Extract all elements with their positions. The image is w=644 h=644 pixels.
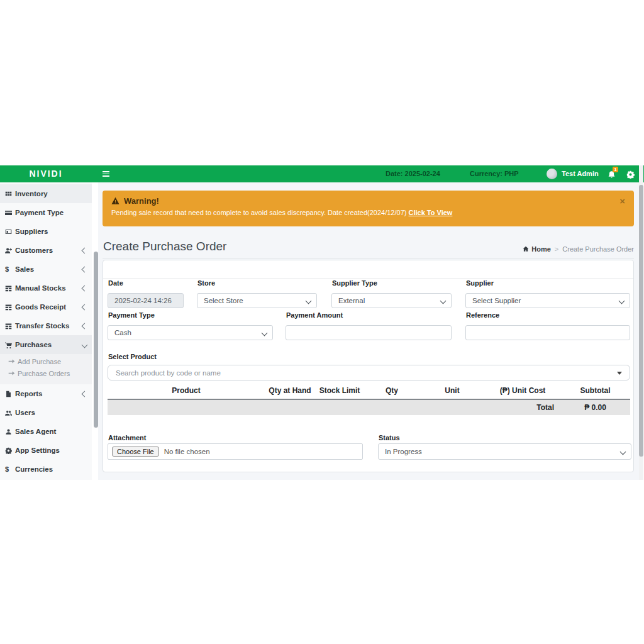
sidebar-item-purchase-orders[interactable]: Purchase Orders <box>0 367 92 379</box>
header-divider <box>103 258 634 258</box>
reference-input[interactable] <box>472 328 623 337</box>
breadcrumb-home-label: Home <box>531 245 551 253</box>
sidebar-item-label: Users <box>15 409 35 416</box>
warning-view-link[interactable]: Click To View <box>408 209 452 216</box>
payment-amount-input[interactable] <box>292 328 445 337</box>
chevron-down-icon <box>306 298 312 304</box>
sidebar-item-users[interactable]: Users <box>0 403 92 422</box>
sidebar-item-transfer-stocks[interactable]: Transfer Stocks <box>0 316 92 335</box>
total-value: ₱ 0.00 <box>560 399 630 415</box>
warning-message: Pending sale record that need to complet… <box>111 209 406 216</box>
warning-banner: Warning! Pending sale record that need t… <box>103 191 634 226</box>
status-select[interactable]: In Progress <box>378 443 631 460</box>
dollar-icon: $ <box>5 465 15 473</box>
chevron-down-icon <box>440 298 447 304</box>
column-header-unit: Unit <box>419 385 485 399</box>
supplier-select[interactable]: Select Supplier <box>465 293 630 308</box>
close-icon[interactable]: × <box>619 196 625 206</box>
store-select[interactable]: Select Store <box>197 293 317 308</box>
breadcrumb: Home > Create Purchase Order <box>523 245 634 253</box>
warning-message-row: Pending sale record that need to complet… <box>111 209 625 216</box>
supplier-type-label: Supplier Type <box>332 279 377 287</box>
sidebar-item-label: Sales <box>15 265 34 273</box>
sidebar-item-goods-receipt[interactable]: Goods Receipt <box>0 297 92 316</box>
arrow-right-icon <box>8 370 18 377</box>
sidebar-item-app-settings[interactable]: App Settings <box>0 441 92 460</box>
table-icon <box>5 323 15 330</box>
sidebar-item-sales-agent[interactable]: Sales Agent <box>0 422 92 441</box>
products-table: ProductQty at HandStock LimitQtyUnit(₱) … <box>108 385 630 415</box>
user-name[interactable]: Test Admin <box>562 170 599 177</box>
breadcrumb-current: Create Purchase Order <box>562 245 634 253</box>
navbar-date: Date: 2025-02-24 <box>386 170 440 177</box>
table-icon <box>5 285 15 292</box>
chevron-left-icon <box>82 391 88 397</box>
top-navbar: NIVIDI Date: 2025-02-24 Currency: PHP Te… <box>0 165 644 182</box>
store-label: Store <box>197 279 215 287</box>
payment-type-value: Cash <box>114 329 131 336</box>
navbar-currency: Currency: PHP <box>470 170 519 177</box>
date-value: 2025-02-24 14:26 <box>114 297 172 304</box>
users-icon <box>5 409 15 416</box>
chevron-down-icon <box>82 341 88 348</box>
dollar-icon: $ <box>5 265 15 273</box>
store-value: Select Store <box>204 297 243 304</box>
sidebar-item-customers[interactable]: Customers <box>0 241 92 260</box>
arrow-right-icon <box>8 358 18 365</box>
sidebar-item-label: Payment Type <box>15 209 64 216</box>
chevron-left-icon <box>82 285 88 291</box>
table-header-row: ProductQty at HandStock LimitQtyUnit(₱) … <box>108 385 630 399</box>
sidebar-item-add-purchase[interactable]: Add Purchase <box>0 355 92 367</box>
sidebar-scrollbar[interactable] <box>94 252 98 428</box>
brand-logo[interactable]: NIVIDI <box>0 165 92 182</box>
sidebar-item-suppliers[interactable]: Suppliers <box>0 222 92 241</box>
breadcrumb-home[interactable]: Home <box>523 245 551 253</box>
attachment-file-input[interactable]: Choose File No file chosen <box>108 443 363 460</box>
date-label: Date <box>108 279 123 287</box>
settings-cogs-icon[interactable] <box>626 170 635 181</box>
payment-amount-label: Payment Amount <box>286 311 343 319</box>
app-window: NIVIDI Date: 2025-02-24 Currency: PHP Te… <box>0 165 644 480</box>
sidebar-item-sales[interactable]: $Sales <box>0 260 92 279</box>
product-search-input[interactable] <box>108 365 630 380</box>
sidebar-item-reports[interactable]: Reports <box>0 384 92 403</box>
reference-field[interactable] <box>465 325 630 340</box>
sidebar-item-label: Suppliers <box>15 228 48 235</box>
column-header-product: Product <box>108 385 265 399</box>
payment-type-select[interactable]: Cash <box>108 325 273 340</box>
date-input[interactable]: 2025-02-24 14:26 <box>108 293 184 308</box>
warning-title: Warning! <box>124 196 159 206</box>
sidebar-item-label: Sales Agent <box>15 428 56 435</box>
product-search-field[interactable] <box>114 369 623 377</box>
bell-icon[interactable]: 1 <box>608 170 616 181</box>
total-label: Total <box>485 399 560 415</box>
sidebar-item-inventory[interactable]: Inventory <box>0 184 92 203</box>
reference-label: Reference <box>466 311 499 319</box>
payment-amount-field[interactable] <box>286 325 452 340</box>
sidebar-item-label: Transfer Stocks <box>15 322 69 330</box>
page-scrollbar[interactable] <box>639 165 643 480</box>
purchase-order-card: Date 2025-02-24 14:26 Store Select Store… <box>103 260 634 472</box>
sidebar-item-label: Customers <box>15 247 53 254</box>
user-avatar[interactable] <box>547 169 557 179</box>
chevron-down-icon <box>620 449 626 455</box>
column-header-subtotal: Subtotal <box>560 385 630 399</box>
home-icon <box>523 246 529 252</box>
file-chosen-text: No file chosen <box>164 448 210 455</box>
select-product-label: Select Product <box>108 353 157 360</box>
sidebar-item-manual-stocks[interactable]: Manual Stocks <box>0 279 92 297</box>
choose-file-button[interactable]: Choose File <box>112 447 159 457</box>
file-icon <box>5 391 15 397</box>
status-value: In Progress <box>385 448 422 455</box>
column-header-qty-at-hand: Qty at Hand <box>265 385 315 399</box>
sidebar-item-label: Reports <box>15 390 42 397</box>
supplier-type-select[interactable]: External <box>331 293 452 308</box>
sidebar-item-purchases[interactable]: Purchases <box>0 335 92 354</box>
sidebar-item-currencies[interactable]: $Currencies <box>0 460 92 479</box>
sidebar-item-label: Manual Stocks <box>15 284 66 292</box>
page-scrollbar-thumb[interactable] <box>639 185 643 457</box>
supplier-value: Select Supplier <box>472 297 521 304</box>
warning-triangle-icon <box>111 197 119 205</box>
hamburger-menu-icon[interactable] <box>103 171 109 177</box>
sidebar-item-payment-type[interactable]: Payment Type <box>0 203 92 222</box>
